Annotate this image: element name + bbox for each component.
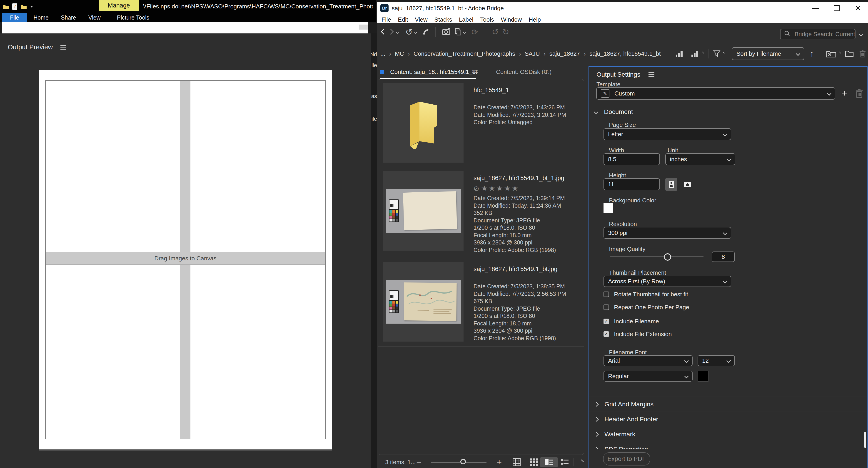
folder-icon[interactable] <box>3 4 9 9</box>
breadcrumb-segment[interactable]: saju_18627, hfc15549.1_bt <box>589 50 661 57</box>
section-document[interactable]: Document <box>594 108 633 116</box>
section-header-and-footer[interactable]: Header And Footer <box>589 412 867 427</box>
content-item[interactable]: hfc_15549_1 ⊘ ★★★★★ Date Created: 7/6/20… <box>378 79 584 167</box>
history-dropdown-icon[interactable] <box>414 30 417 34</box>
delete-trash-icon[interactable] <box>859 41 866 66</box>
menu-file[interactable]: File <box>378 16 395 23</box>
ribbon-tab-picture-tools[interactable]: Picture Tools <box>111 13 155 22</box>
panel-menu-icon[interactable] <box>60 45 66 50</box>
menu-label[interactable]: Label <box>456 16 477 23</box>
orientation-landscape-button[interactable] <box>682 178 693 191</box>
document-check-icon[interactable]: ✓ <box>12 3 17 10</box>
view-options-dropdown-icon[interactable] <box>581 459 584 462</box>
zoom-out-icon[interactable]: − <box>416 456 422 468</box>
checkbox-repeat-one-photo-per-page[interactable] <box>603 304 609 310</box>
template-select[interactable]: ✎Custom <box>596 87 835 99</box>
close-button[interactable]: × <box>851 2 865 14</box>
explorer-scroll-box[interactable] <box>359 25 368 30</box>
bridge-titlebar[interactable]: Br saju_18627, hfc15549.1_bt - Adobe Bri… <box>377 2 868 14</box>
star-rating-icons[interactable]: ★★★★★ <box>481 184 519 193</box>
menu-edit[interactable]: Edit <box>395 16 411 23</box>
font-color-swatch[interactable] <box>698 371 709 382</box>
add-tab-icon[interactable]: + <box>544 66 549 78</box>
font-style-select[interactable]: Regular <box>603 371 692 382</box>
checkbox-rotate-thumbnail-for-best-fit[interactable] <box>603 292 609 297</box>
export-to-pdf-button[interactable]: Export to PDF <box>603 452 650 466</box>
item-rating[interactable]: ⊘ ★★★★★ <box>473 184 565 193</box>
panel-menu-icon[interactable] <box>649 72 654 77</box>
explorer-address-path[interactable]: \\Files.nps.doi.net\NPS\WASO\Programs\HA… <box>143 0 373 13</box>
resolution-select[interactable]: 300 ppi <box>603 227 731 239</box>
preview-page-canvas[interactable]: Drag Images to Canvas <box>39 70 332 449</box>
minimize-button[interactable] <box>808 2 822 14</box>
thumbnail-quality-icon[interactable] <box>675 41 683 66</box>
menu-stacks[interactable]: Stacks <box>431 16 456 23</box>
orientation-portrait-button[interactable] <box>665 178 677 191</box>
ribbon-tab-share[interactable]: Share <box>55 13 82 22</box>
sort-ascending-icon[interactable]: ↑ <box>810 41 814 66</box>
details-view-button-selected[interactable] <box>540 457 558 467</box>
new-folder-icon[interactable] <box>845 41 854 66</box>
image-quality-slider-track[interactable] <box>610 257 704 257</box>
list-view-icon[interactable] <box>560 456 569 468</box>
bridge-search-input[interactable]: Bridge Search: Current <box>780 29 856 39</box>
content-item[interactable]: saju_18627, hfc15549.1_bt.jpg ⊘ ★★★★★ Da… <box>378 258 584 347</box>
recent-history-icon[interactable]: ↺ <box>405 28 413 36</box>
move-copy-files-icon[interactable] <box>455 28 462 37</box>
rotate-left-icon[interactable]: ↺ <box>492 28 499 36</box>
image-quality-slider-knob[interactable] <box>664 253 671 261</box>
font-family-select[interactable]: Arial <box>603 355 692 366</box>
copy-dropdown-icon[interactable] <box>463 30 466 34</box>
section-grid-and-margins[interactable]: Grid And Margins <box>589 397 867 412</box>
reject-rating-icon[interactable]: ⊘ <box>473 184 479 193</box>
get-photos-from-camera-icon[interactable] <box>442 28 451 36</box>
thumbnail-size-slider-knob[interactable] <box>460 459 466 464</box>
refresh-icon[interactable]: ⟳ <box>471 28 478 36</box>
font-size-select[interactable]: 12 <box>698 355 735 366</box>
menu-tools[interactable]: Tools <box>477 16 497 23</box>
item-filename[interactable]: saju_18627, hfc15549.1_bt.jpg <box>473 266 566 273</box>
back-icon[interactable] <box>379 28 386 37</box>
navigation-dropdown-icon[interactable] <box>396 30 399 34</box>
folder-icon[interactable] <box>21 4 27 9</box>
menu-window[interactable]: Window <box>497 16 525 23</box>
add-tab-icon[interactable]: + <box>464 66 468 78</box>
explorer-manage-contextual-tab[interactable]: Manage <box>99 0 139 11</box>
menu-view[interactable]: View <box>411 16 431 23</box>
background-color-swatch[interactable] <box>603 203 613 213</box>
tab-content-osdisk[interactable]: Content: OSDisk (C:) <box>496 66 552 78</box>
recent-folders-icon[interactable] <box>826 41 836 66</box>
page-size-select[interactable]: Letter <box>603 128 731 140</box>
image-quality-input[interactable] <box>712 252 735 262</box>
sort-by-select[interactable]: Sort by Filename <box>732 47 804 60</box>
panel-scrollbar-thumb[interactable] <box>864 432 866 448</box>
ribbon-tab-home[interactable]: Home <box>27 13 55 22</box>
filter-dropdown-icon[interactable] <box>723 52 724 53</box>
tab-menu-icon[interactable] <box>472 70 478 75</box>
section-watermark[interactable]: Watermark <box>589 427 867 442</box>
item-thumbnail[interactable] <box>383 83 464 163</box>
ribbon-tab-file[interactable]: File <box>2 13 27 22</box>
content-item[interactable]: saju_18627, hfc15549.1_bt_1.jpg ⊘ ★★★★★ … <box>378 167 584 258</box>
filter-by-rating-icon[interactable] <box>713 41 721 66</box>
preview-quality-icon[interactable] <box>691 41 699 66</box>
rotate-right-icon[interactable]: ↻ <box>502 28 509 36</box>
boomerang-return-icon[interactable] <box>422 28 430 37</box>
checkbox-include-filename[interactable]: ✓ <box>603 319 609 324</box>
checkbox-include-file-extension[interactable]: ✓ <box>603 331 609 337</box>
quality-dropdown-icon[interactable] <box>702 52 704 53</box>
breadcrumb-segment[interactable]: Conservation_Treatment_Photographs <box>413 50 515 57</box>
thumbnail-placement-select[interactable]: Across First (By Row) <box>603 275 731 287</box>
quick-access-dropdown-caret[interactable] <box>30 6 33 7</box>
breadcrumb-segment[interactable]: ... <box>380 50 385 57</box>
unit-select[interactable]: inches <box>665 153 735 165</box>
recent-dropdown-icon[interactable] <box>839 52 841 53</box>
breadcrumb-segment[interactable]: SAJU <box>525 50 540 57</box>
grid-lock-view-icon[interactable] <box>513 456 521 468</box>
thumbnail-view-icon[interactable] <box>530 456 538 468</box>
delete-template-icon[interactable] <box>855 89 864 99</box>
add-template-icon[interactable]: + <box>842 88 847 99</box>
forward-icon[interactable] <box>388 28 395 37</box>
item-filename[interactable]: saju_18627, hfc15549.1_bt_1.jpg <box>473 175 565 182</box>
menu-help[interactable]: Help <box>525 16 544 23</box>
